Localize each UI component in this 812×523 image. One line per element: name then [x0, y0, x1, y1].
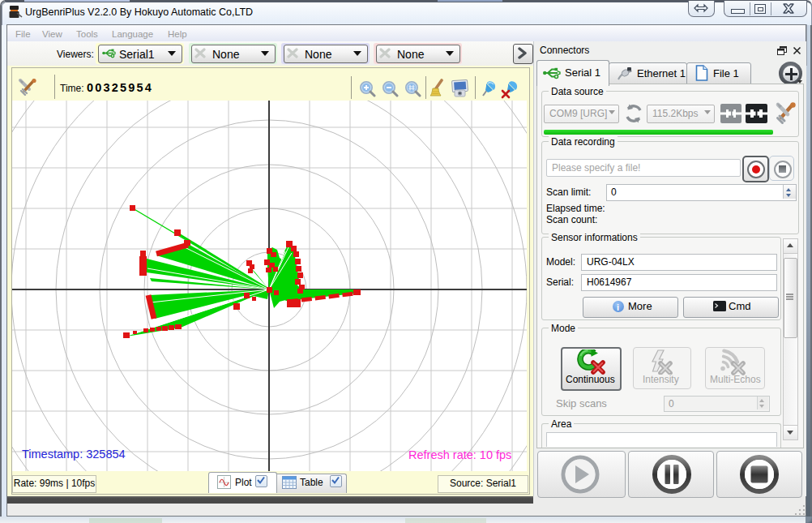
svg-text:Refresh rate: 10 fps: Refresh rate: 10 fps [408, 448, 511, 461]
svg-text:Timestamp: 325854: Timestamp: 325854 [22, 448, 126, 461]
